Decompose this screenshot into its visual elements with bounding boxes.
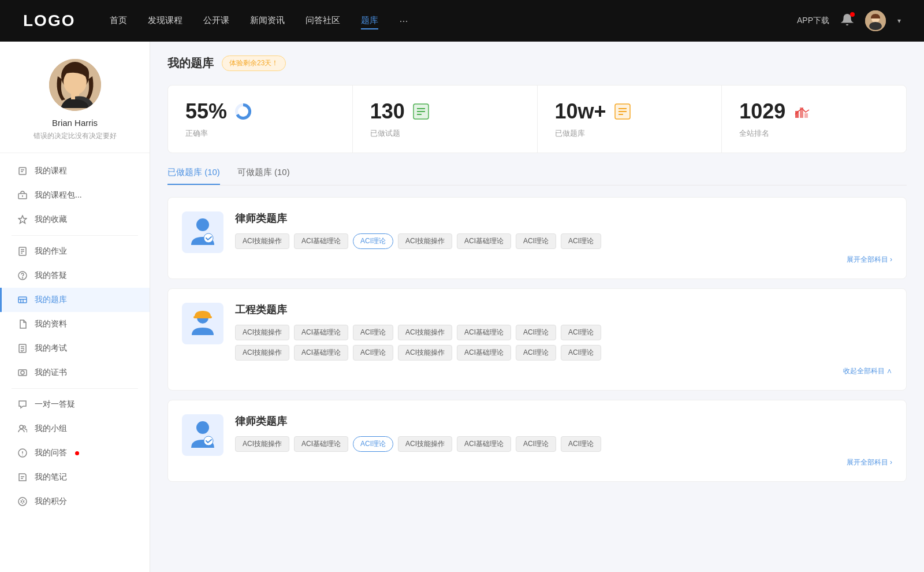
tag-3-0[interactable]: ACI技能操作 — [235, 436, 289, 452]
list-icon — [412, 102, 430, 121]
notification-dot — [850, 12, 855, 17]
nav-discover[interactable]: 发现课程 — [148, 13, 182, 29]
tag-2b-6[interactable]: ACI理论 — [561, 345, 601, 361]
stat-correct-rate: 55% 正确率 — [168, 86, 353, 153]
collapse-link-2[interactable]: 收起全部科目 ∧ — [235, 366, 892, 376]
chart-icon — [792, 102, 811, 121]
tag-3-6[interactable]: ACI理论 — [561, 436, 601, 452]
profile-avatar — [49, 59, 101, 111]
expand-link-3[interactable]: 展开全部科目 › — [235, 458, 892, 467]
tag-1-5[interactable]: ACI理论 — [516, 233, 556, 249]
tag-2b-3[interactable]: ACI技能操作 — [398, 345, 452, 361]
svg-marker-12 — [18, 216, 27, 224]
tag-2b-1[interactable]: ACI基础理论 — [294, 345, 348, 361]
avatar[interactable] — [865, 10, 886, 31]
stat-value-banks: 10w+ — [555, 99, 606, 124]
qbank-header-3: 律师类题库 ACI技能操作 ACI基础理论 ACI理论 ACI技能操作 ACI基… — [182, 414, 892, 467]
logo: LOGO — [23, 12, 75, 30]
sidebar-item-homework[interactable]: 我的作业 — [0, 239, 150, 263]
stat-banks-done: 10w+ 已做题库 — [538, 86, 722, 153]
tag-2a-0[interactable]: ACI技能操作 — [235, 325, 289, 340]
tag-3-1[interactable]: ACI基础理论 — [294, 436, 348, 452]
nav-more[interactable]: ··· — [399, 13, 408, 29]
svg-point-53 — [196, 421, 209, 434]
sidebar-item-bank[interactable]: 我的题库 — [0, 288, 150, 312]
sidebar-item-exam[interactable]: 我的考试 — [0, 336, 150, 361]
notification-bell[interactable] — [841, 13, 854, 28]
sidebar-item-cert[interactable]: 我的证书 — [0, 361, 150, 385]
sidebar-label-exam: 我的考试 — [35, 343, 67, 354]
tag-2a-5[interactable]: ACI理论 — [516, 325, 556, 340]
question-icon — [17, 270, 28, 281]
sidebar-item-points[interactable]: 我的积分 — [0, 489, 150, 514]
tags-row-3: ACI技能操作 ACI基础理论 ACI理论 ACI技能操作 ACI基础理论 AC… — [235, 436, 892, 452]
svg-rect-48 — [804, 113, 808, 118]
tag-2a-4[interactable]: ACI基础理论 — [457, 325, 511, 340]
tab-available[interactable]: 可做题库 (10) — [237, 167, 290, 185]
profile-motto: 错误的决定比没有决定要好 — [12, 131, 138, 141]
sidebar-label-group: 我的小组 — [35, 424, 67, 434]
tag-2a-6[interactable]: ACI理论 — [561, 325, 601, 340]
content-header: 我的题库 体验剩余23天！ — [167, 55, 907, 71]
svg-point-18 — [23, 278, 23, 278]
sidebar-item-question[interactable]: 我的问答 — [0, 441, 150, 465]
doc-icon — [613, 102, 632, 121]
svg-point-49 — [196, 218, 209, 231]
tag-2a-2[interactable]: ACI理论 — [353, 325, 393, 340]
tag-1-1[interactable]: ACI基础理论 — [294, 233, 348, 249]
stat-label-banks: 已做题库 — [555, 128, 705, 139]
tag-1-2[interactable]: ACI理论 — [353, 233, 393, 249]
stat-value-rank: 1029 — [739, 99, 785, 124]
tag-2b-2[interactable]: ACI理论 — [353, 345, 393, 361]
sidebar-item-qa[interactable]: 我的答疑 — [0, 263, 150, 288]
qbank-title-2: 工程类题库 — [235, 303, 892, 317]
tag-1-6[interactable]: ACI理论 — [561, 233, 601, 249]
svg-rect-52 — [193, 316, 212, 318]
profile-name: Brian Harris — [12, 118, 138, 128]
nav-bank[interactable]: 题库 — [361, 13, 378, 29]
tags-row-2a: ACI技能操作 ACI基础理论 ACI理论 ACI技能操作 ACI基础理论 AC… — [235, 325, 892, 340]
sidebar-item-group[interactable]: 我的小组 — [0, 417, 150, 441]
exam-icon — [17, 343, 28, 354]
sidebar-label-notes: 我的笔记 — [35, 472, 67, 482]
stat-label-questions: 已做试题 — [370, 128, 520, 139]
tag-2b-5[interactable]: ACI理论 — [516, 345, 556, 361]
sidebar-item-one-on-one[interactable]: 一对一答疑 — [0, 392, 150, 417]
tag-3-4[interactable]: ACI基础理论 — [457, 436, 511, 452]
sidebar-item-notes[interactable]: 我的笔记 — [0, 465, 150, 489]
file-icon — [17, 319, 28, 329]
qbank-title-1: 律师类题库 — [235, 211, 892, 225]
sidebar-item-favorites[interactable]: 我的收藏 — [0, 207, 150, 232]
nav-qa[interactable]: 问答社区 — [305, 13, 340, 29]
stat-top-4: 1029 — [739, 99, 889, 124]
nav-open-course[interactable]: 公开课 — [203, 13, 229, 29]
tag-3-3[interactable]: ACI技能操作 — [398, 436, 452, 452]
tag-2b-0[interactable]: ACI技能操作 — [235, 345, 289, 361]
svg-rect-19 — [18, 297, 27, 303]
nav-news[interactable]: 新闻资讯 — [250, 13, 285, 29]
stat-top-1: 55% — [185, 99, 335, 124]
stat-label-rank: 全站排名 — [739, 128, 889, 139]
sidebar-item-material[interactable]: 我的资料 — [0, 312, 150, 336]
sidebar-item-course[interactable]: 我的课程 — [0, 159, 150, 183]
tag-1-0[interactable]: ACI技能操作 — [235, 233, 289, 249]
app-download-button[interactable]: APP下载 — [797, 16, 829, 26]
tag-2a-3[interactable]: ACI技能操作 — [398, 325, 452, 340]
svg-point-27 — [21, 371, 24, 374]
tag-2a-1[interactable]: ACI基础理论 — [294, 325, 348, 340]
tag-3-5[interactable]: ACI理论 — [516, 436, 556, 452]
tag-1-3[interactable]: ACI技能操作 — [398, 233, 452, 249]
user-menu-chevron[interactable]: ▾ — [897, 17, 901, 25]
expand-link-1[interactable]: 展开全部科目 › — [235, 255, 892, 265]
nav-home[interactable]: 首页 — [110, 13, 127, 29]
tag-2b-4[interactable]: ACI基础理论 — [457, 345, 511, 361]
sidebar-label-question: 我的问答 — [35, 448, 67, 458]
sidebar-item-package[interactable]: 我的课程包... — [0, 183, 150, 207]
svg-point-35 — [238, 106, 248, 117]
svg-point-54 — [204, 436, 213, 445]
pie-chart-icon — [234, 102, 252, 121]
svg-point-28 — [20, 425, 23, 429]
tag-1-4[interactable]: ACI基础理论 — [457, 233, 511, 249]
tab-done[interactable]: 已做题库 (10) — [167, 167, 220, 185]
tag-3-2[interactable]: ACI理论 — [353, 436, 393, 452]
